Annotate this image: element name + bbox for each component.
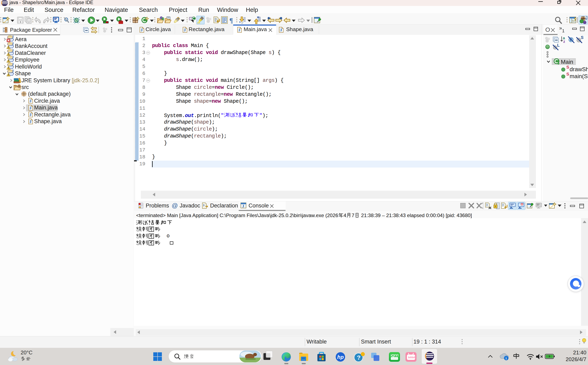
- svg-text:i: i: [506, 356, 507, 360]
- svg-text:L: L: [557, 43, 560, 48]
- svg-text:J: J: [242, 204, 244, 208]
- svg-text:J: J: [585, 16, 587, 21]
- svg-text:S: S: [581, 36, 583, 40]
- svg-text:hp: hp: [337, 354, 344, 360]
- svg-text:z: z: [563, 40, 565, 43]
- svg-text:?: ?: [357, 354, 360, 361]
